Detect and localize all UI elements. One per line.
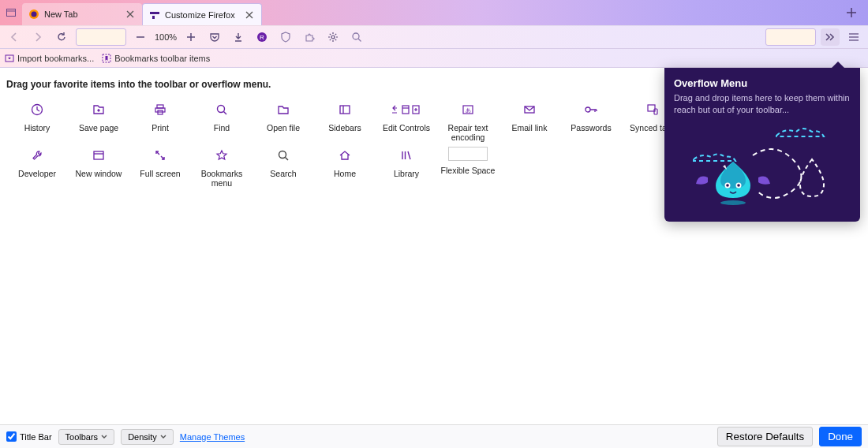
customize-instructions: Drag your favorite items into the toolba… [6, 79, 271, 90]
palette-passwords[interactable]: Passwords [560, 99, 622, 145]
window-controls-placeholder [0, 0, 22, 25]
palette-search[interactable]: Search [253, 145, 314, 191]
library-icon [398, 147, 415, 164]
svg-rect-53 [94, 151, 103, 159]
palette-open-file[interactable]: Open file [253, 99, 314, 145]
palette-developer[interactable]: Developer [6, 145, 68, 191]
url-bar[interactable] [76, 28, 126, 46]
palette-print[interactable]: Print [129, 99, 191, 145]
palette-flexible-space[interactable]: Flexible Space [437, 145, 499, 191]
print-icon [152, 101, 169, 118]
gear-icon [327, 32, 339, 43]
svg-rect-0 [7, 9, 16, 17]
overflow-desc: Drag and drop items here to keep them wi… [674, 92, 851, 116]
import-icon [5, 54, 14, 63]
svg-point-67 [720, 200, 746, 205]
toolbars-dropdown[interactable]: Toolbars [58, 429, 115, 445]
titlebar-checkbox-input[interactable] [6, 431, 17, 442]
svg-line-22 [330, 34, 331, 35]
svg-point-3 [32, 12, 37, 17]
zoom-out-button[interactable] [131, 28, 150, 47]
firefox-icon [28, 9, 39, 20]
downloads-button[interactable] [229, 28, 248, 47]
palette-bookmarks-menu[interactable]: Bookmarks menu [191, 145, 253, 191]
palette-save-page[interactable]: Save page [68, 99, 129, 145]
search-icon [351, 32, 362, 43]
palette-new-window[interactable]: New window [68, 145, 129, 191]
plus-icon [186, 32, 196, 42]
bookmark-placeholder-icon [102, 54, 111, 63]
svg-rect-39 [340, 106, 350, 114]
nav-toolbar: 100% R [0, 25, 868, 49]
svg-line-38 [224, 112, 227, 115]
density-label: Density [128, 432, 157, 442]
overflow-menu-panel[interactable]: Overflow Menu Drag and drop items here t… [664, 68, 860, 222]
clock-icon [28, 101, 46, 118]
palette-edit-controls[interactable]: Edit Controls [376, 99, 437, 145]
zoom-in-button[interactable] [181, 28, 200, 47]
palette-history[interactable]: History [6, 99, 68, 145]
bookmarks-placeholder[interactable]: Bookmarks toolbar items [102, 54, 210, 63]
protections-button[interactable] [276, 28, 295, 47]
folder-icon [275, 101, 292, 118]
palette-email-link[interactable]: Email link [499, 99, 560, 145]
palette-library[interactable]: Library [376, 145, 437, 191]
search-icon [213, 101, 230, 118]
arrow-right-icon [32, 32, 43, 43]
density-dropdown[interactable]: Density [121, 429, 174, 445]
forward-button[interactable] [28, 28, 47, 47]
customize-footer: Title Bar Toolbars Density Manage Themes… [0, 424, 868, 448]
zoom-level[interactable]: 100% [153, 32, 178, 42]
overflow-illustration [674, 124, 851, 211]
customize-icon [149, 9, 160, 21]
settings-button[interactable] [324, 28, 342, 47]
titlebar-checkbox[interactable]: Title Bar [6, 431, 52, 442]
palette-find[interactable]: Find [191, 99, 253, 145]
overflow-button[interactable] [821, 28, 840, 46]
svg-point-65 [737, 184, 740, 187]
tab-new-tab[interactable]: New Tab [22, 3, 142, 25]
palette-repair-text-encoding[interactable]: あRepair text encoding [437, 99, 499, 145]
svg-point-63 [726, 184, 729, 187]
save-icon [90, 101, 107, 118]
svg-text:あ: あ [466, 107, 471, 114]
account-button[interactable]: R [253, 28, 271, 47]
import-bookmarks-button[interactable]: Import bookmarks... [5, 54, 94, 63]
back-button[interactable] [5, 28, 24, 47]
chevrons-right-icon [825, 32, 836, 42]
search-button[interactable] [347, 28, 366, 47]
manage-themes-link[interactable]: Manage Themes [180, 432, 245, 442]
toolbars-label: Toolbars [65, 432, 99, 442]
svg-rect-34 [157, 105, 163, 108]
svg-point-47 [586, 107, 590, 112]
titlebar-label: Title Bar [20, 432, 52, 442]
done-button[interactable]: Done [819, 427, 862, 446]
close-icon[interactable] [244, 9, 255, 21]
search-bar[interactable] [765, 28, 816, 46]
bookmarks-placeholder-label: Bookmarks toolbar items [114, 54, 210, 63]
customize-content: Drag your favorite items into the toolba… [0, 68, 868, 424]
palette-home[interactable]: Home [314, 145, 376, 191]
app-menu-button[interactable] [844, 28, 863, 47]
svg-point-17 [331, 35, 335, 39]
tab-customize-firefox[interactable]: Customize Firefox [142, 3, 262, 25]
flexible-space-box [448, 147, 488, 161]
palette-fullscreen[interactable]: Full screen [129, 145, 191, 191]
search-icon [275, 147, 292, 164]
fullscreen-icon [152, 147, 169, 164]
svg-line-24 [335, 34, 336, 35]
wrench-icon [28, 147, 46, 164]
hamburger-icon [848, 32, 859, 42]
svg-point-57 [279, 151, 286, 159]
close-icon[interactable] [125, 9, 136, 20]
restore-defaults-button[interactable]: Restore Defaults [717, 427, 813, 446]
pocket-button[interactable] [205, 28, 224, 47]
reload-button[interactable] [52, 28, 71, 47]
svg-marker-66 [723, 165, 727, 170]
extensions-button[interactable] [300, 28, 319, 47]
new-tab-button[interactable] [841, 2, 862, 23]
edit-controls-icon [391, 101, 422, 118]
palette-sidebars[interactable]: Sidebars [314, 99, 376, 145]
tab-strip: New Tab Customize Firefox [0, 0, 868, 25]
reload-icon [56, 32, 67, 43]
